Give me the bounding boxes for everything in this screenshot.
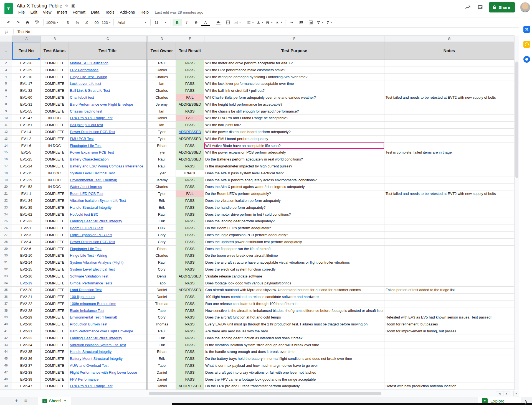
menu-insert[interactable]: Insert	[55, 9, 69, 15]
row-header[interactable]: 9	[0, 108, 12, 115]
cell-test-owner[interactable]: Charles	[148, 184, 176, 190]
cell-notes[interactable]	[384, 239, 514, 246]
cell-notes[interactable]	[384, 60, 514, 67]
scroll-left-button[interactable]: ◀	[496, 391, 503, 396]
cell-test-purpose[interactable]: Does the electrical system function corr…	[204, 266, 384, 273]
cell-test-status[interactable]: COMPLETE	[40, 156, 69, 163]
row-header[interactable]: 45	[0, 355, 12, 362]
cell-test-no[interactable]: EV2-21	[12, 294, 40, 300]
cell-test-purpose[interactable]: Validate release candidate software	[204, 273, 384, 280]
row-header[interactable]: 31	[0, 259, 12, 266]
fill-color-button[interactable]	[214, 19, 223, 26]
cell-test-purpose[interactable]: Can aircraft autoland with Mpro and skyv…	[204, 287, 384, 294]
star-icon[interactable]: ☆	[65, 3, 69, 8]
cell-test-purpose[interactable]: 100 flight hours combined on release can…	[204, 294, 384, 300]
cell-test-no[interactable]: EV2-31	[12, 328, 40, 335]
cell-test-purpose[interactable]: Is the magnetometer impacted by high cur…	[204, 163, 384, 170]
cell-notes[interactable]: Room for refinement, but passes	[384, 321, 514, 328]
cell-notes[interactable]	[384, 67, 514, 74]
cell-test-no[interactable]: EV2-6	[12, 246, 40, 253]
cell-test-title-link[interactable]: Hot/cold test ESC	[69, 211, 146, 218]
row-header[interactable]: 40	[0, 321, 12, 328]
row-header[interactable]: 18	[0, 170, 12, 177]
freeze-row-divider[interactable]	[0, 60, 514, 60]
cell-test-title-link[interactable]: Baro Performance over Flight Envelope	[69, 101, 146, 108]
cell-test-owner[interactable]: Thomas	[148, 300, 176, 307]
cell-test-title-link[interactable]: Ball Link & Strut Life Test	[69, 87, 146, 94]
cell-notes[interactable]	[384, 307, 514, 314]
row-header[interactable]: 11	[0, 122, 12, 129]
cell-test-title-link[interactable]: FMU PCB Test	[69, 136, 146, 142]
cell-test-status[interactable]: COMPLETE	[40, 60, 69, 67]
cell-test-purpose[interactable]: Will the FRX Pro and Futaba Range be acc…	[204, 115, 384, 122]
cell-test-result[interactable]: PASS	[176, 355, 204, 362]
cell-test-result[interactable]: PASS	[176, 225, 204, 232]
row-header[interactable]: 38	[0, 307, 12, 314]
cell-test-status[interactable]: COMPLETE	[40, 355, 69, 362]
cell-test-title-link[interactable]: Motor/ESC Qualification	[69, 60, 146, 67]
row-header[interactable]: 44	[0, 348, 12, 355]
cell-test-result[interactable]: FAIL	[176, 94, 204, 101]
cell-test-result[interactable]: PASS	[176, 314, 204, 321]
cell-test-purpose[interactable]: Will Active Blade have an acceptable lif…	[204, 142, 384, 149]
cell-test-status[interactable]: COMPLETE	[40, 266, 69, 273]
column-header-b[interactable]: B	[41, 35, 69, 42]
cell-test-owner[interactable]: Daniel	[148, 383, 176, 390]
cell-test-purpose[interactable]: Do the boom wires break over aircraft li…	[204, 252, 384, 259]
cell-notes[interactable]	[384, 115, 514, 122]
document-title[interactable]: Alta X Testing Public	[17, 3, 62, 9]
cell-test-owner[interactable]: Raul	[148, 328, 176, 335]
cell-notes[interactable]	[384, 246, 514, 253]
cell-test-result[interactable]: PASS	[176, 280, 204, 287]
cell-notes[interactable]	[384, 252, 514, 259]
cell-test-status[interactable]: COMPLETE	[40, 108, 69, 115]
merge-cells-button[interactable]: ▼	[233, 19, 242, 26]
cell-test-title-link[interactable]: Power Expansion PCB Test	[69, 149, 146, 156]
row-header[interactable]: 26	[0, 225, 12, 232]
print-button[interactable]	[23, 19, 32, 26]
cell-test-title-link[interactable]: Vibration Isolation System Life Test	[69, 197, 146, 204]
cell-test-owner[interactable]: Daniel	[148, 376, 176, 383]
decrease-decimals-button[interactable]: .0	[82, 19, 91, 26]
insert-link-button[interactable]	[287, 19, 297, 26]
cell-test-result[interactable]: PASS	[176, 321, 204, 328]
cell-notes[interactable]	[384, 355, 514, 362]
cell-test-result[interactable]: PASS	[176, 67, 204, 74]
cell-notes[interactable]	[384, 142, 514, 149]
cell-test-title-link[interactable]: Environmental Test (Thermal)	[69, 177, 146, 184]
cell-test-status[interactable]: COMPLETE	[40, 383, 69, 390]
redo-button[interactable]: ↷	[13, 19, 23, 26]
cell-test-purpose[interactable]: Will the power distribution board perfor…	[204, 129, 384, 136]
cell-test-title-link[interactable]: Battery Mount Structural Integrity	[69, 355, 146, 362]
cell-notes[interactable]	[384, 129, 514, 136]
cell-test-result[interactable]: PASS	[176, 80, 204, 87]
cell-test-no[interactable]: EV1-5	[12, 149, 40, 156]
cell-notes[interactable]	[384, 197, 514, 204]
cell-notes[interactable]	[384, 211, 514, 218]
column-header-g[interactable]: G	[384, 35, 514, 42]
cell-test-purpose[interactable]: Will the chassis be stiff enough for pay…	[204, 108, 384, 115]
cell-test-purpose[interactable]: Run one release candidate unit through 1…	[204, 300, 384, 307]
cell-test-title-link[interactable]: System Level Electrical Test	[69, 170, 146, 177]
cell-test-no[interactable]: EV1-1	[12, 190, 40, 197]
cell-test-no[interactable]: EV1-62	[12, 211, 40, 218]
cell-test-status[interactable]: COMPLETE	[40, 67, 69, 74]
cell-test-status[interactable]: COMPLETE	[40, 252, 69, 259]
cell-test-purpose[interactable]: Does the Alta X protect agains water / d…	[204, 184, 384, 190]
horizontal-align-button[interactable]: ▼	[246, 19, 255, 26]
cell-test-owner[interactable]: Daniel	[148, 115, 176, 122]
cell-test-no[interactable]: EV2-20	[12, 287, 40, 294]
cell-test-purpose[interactable]: Does the motor drive perform in hot / co…	[204, 211, 384, 218]
cell-test-purpose[interactable]: What is our max payload and how much mar…	[204, 362, 384, 369]
cell-test-no[interactable]: EV1-60	[12, 94, 40, 101]
cell-notes[interactable]	[384, 225, 514, 232]
cell-test-owner[interactable]: Cory	[148, 314, 176, 321]
cell-test-title-link[interactable]: Power Distribution PCB Test	[69, 239, 146, 246]
cell-test-title-link[interactable]: Chassis loading test	[69, 108, 146, 115]
row-header[interactable]: 4	[0, 74, 12, 81]
cell-test-title-link[interactable]: Flopdapter Life Test	[69, 246, 146, 253]
cell-notes[interactable]	[384, 273, 514, 280]
scroll-down-button[interactable]: ▼	[513, 391, 519, 396]
row-header[interactable]: 48	[0, 376, 12, 383]
row-header[interactable]: 16	[0, 156, 12, 163]
